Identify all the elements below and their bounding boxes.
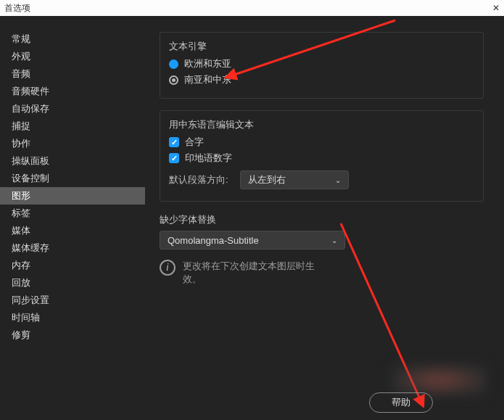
sidebar-item[interactable]: 音频硬件: [0, 83, 145, 100]
sidebar-item[interactable]: 回放: [0, 274, 145, 292]
check-label: 合字: [185, 136, 204, 149]
checkbox-icon: ✓: [169, 137, 179, 147]
preferences-window: 常规外观音频音频硬件自动保存捕捉协作操纵面板设备控制图形标签媒体媒体缓存内存回放…: [0, 16, 504, 420]
dropdown-value: Qomolangma-Subtitle: [168, 235, 259, 246]
sidebar-item[interactable]: 设备控制: [0, 170, 145, 187]
sidebar-item[interactable]: 外观: [0, 48, 145, 65]
chevron-down-icon: ⌄: [335, 176, 341, 184]
help-button[interactable]: 帮助: [369, 392, 433, 413]
text-engine-title: 文本引擎: [169, 40, 474, 53]
paragraph-direction-label: 默认段落方向:: [169, 173, 228, 186]
sidebar-item[interactable]: 内存: [0, 257, 145, 274]
radio-label: 南亚和中东: [184, 73, 231, 86]
font-substitution-title: 缺少字体替换: [160, 213, 484, 226]
check-hindi-digits[interactable]: ✓ 印地语数字: [169, 152, 474, 165]
rtl-title: 用中东语言编辑文本: [169, 118, 474, 131]
radio-label: 欧洲和东亚: [184, 57, 231, 70]
sidebar-item[interactable]: 捕捉: [0, 118, 145, 135]
sidebar-item[interactable]: 图形: [0, 187, 145, 205]
radio-southasia[interactable]: 南亚和中东: [169, 73, 474, 86]
close-icon[interactable]: ✕: [492, 3, 500, 13]
info-row: i 更改将在下次创建文本图层时生效。: [160, 260, 484, 286]
paragraph-direction-row: 默认段落方向: 从左到右 ⌄: [169, 170, 474, 189]
sidebar-item[interactable]: 时间轴: [0, 309, 145, 326]
sidebar-item[interactable]: 标签: [0, 205, 145, 222]
titlebar: 首选项 ✕: [0, 0, 504, 16]
sidebar-item[interactable]: 媒体缓存: [0, 239, 145, 257]
sidebar-item[interactable]: 协作: [0, 135, 145, 152]
sidebar: 常规外观音频音频硬件自动保存捕捉协作操纵面板设备控制图形标签媒体媒体缓存内存回放…: [0, 16, 145, 420]
radio-icon: [169, 75, 178, 85]
sidebar-item[interactable]: 同步设置: [0, 292, 145, 309]
obscured-region: [392, 365, 487, 395]
check-label: 印地语数字: [185, 152, 232, 165]
paragraph-direction-dropdown[interactable]: 从左到右 ⌄: [240, 170, 349, 189]
font-substitution-dropdown[interactable]: Qomolangma-Subtitle ⌄: [160, 231, 345, 250]
dropdown-value: 从左到右: [248, 173, 286, 186]
footer: 帮助: [369, 392, 491, 413]
sidebar-item[interactable]: 音频: [0, 65, 145, 83]
sidebar-item[interactable]: 媒体: [0, 222, 145, 239]
sidebar-item[interactable]: 修剪: [0, 326, 145, 344]
info-text: 更改将在下次创建文本图层时生效。: [183, 260, 328, 286]
check-ligatures[interactable]: ✓ 合字: [169, 136, 474, 149]
sidebar-item[interactable]: 自动保存: [0, 100, 145, 118]
radio-icon: [169, 59, 178, 69]
main-panel: 文本引擎 欧洲和东亚 南亚和中东 用中东语言编辑文本 ✓ 合字 ✓ 印地语数字 …: [145, 16, 504, 420]
info-icon: i: [160, 260, 175, 276]
window-title: 首选项: [4, 2, 30, 15]
sidebar-item[interactable]: 操纵面板: [0, 152, 145, 170]
sidebar-item[interactable]: 常规: [0, 30, 145, 48]
rtl-editing-group: 用中东语言编辑文本 ✓ 合字 ✓ 印地语数字 默认段落方向: 从左到右 ⌄: [160, 110, 484, 202]
chevron-down-icon: ⌄: [331, 236, 337, 244]
checkbox-icon: ✓: [169, 153, 179, 163]
radio-european[interactable]: 欧洲和东亚: [169, 57, 474, 70]
text-engine-group: 文本引擎 欧洲和东亚 南亚和中东: [160, 32, 484, 99]
